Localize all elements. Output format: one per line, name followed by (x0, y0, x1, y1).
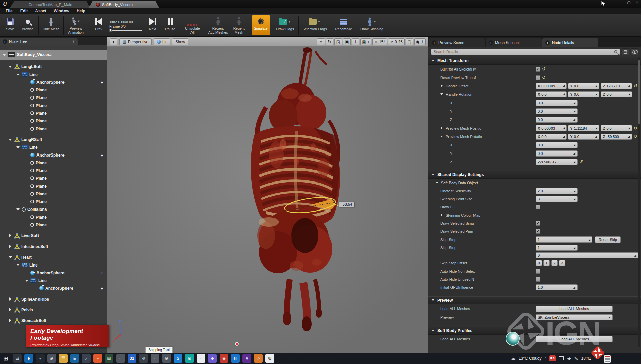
tree-item[interactable]: Line + (0, 71, 107, 78)
app-icon-7[interactable]: ○ (151, 354, 159, 363)
draw-skinning-button[interactable]: ▼ Draw Skinning (358, 15, 386, 35)
close-button[interactable]: ✕ (634, 1, 640, 4)
search-input[interactable]: Search Details (431, 49, 620, 55)
section-mesh-transform[interactable]: Mesh Transform (428, 57, 641, 65)
section-soft-body-profiles[interactable]: Soft Body Profiles (428, 327, 641, 335)
x-field[interactable]: X0.0◢ (536, 91, 567, 97)
tree-item[interactable]: Plane + (0, 102, 107, 109)
recompile-button[interactable]: Recompile (333, 15, 354, 35)
weather-label[interactable]: 13°C Cloudy (519, 356, 542, 361)
reset-icon[interactable]: ↺ (542, 66, 547, 72)
tree-item[interactable]: LiverSoft + (0, 232, 107, 240)
checkbox[interactable] (536, 221, 540, 226)
app-icon-6[interactable]: ▭ (116, 354, 125, 363)
app-icon-1[interactable]: ▤ (13, 354, 22, 363)
offset-2-button[interactable]: 2 (551, 260, 558, 266)
prev-frame-button[interactable]: Prev (90, 15, 107, 35)
tree-item[interactable]: Line + (0, 261, 107, 269)
app-icon-10[interactable]: ○ (197, 354, 205, 363)
media-icon[interactable]: ♪ (82, 354, 91, 363)
offset-0-button[interactable]: 0 (536, 260, 542, 266)
tree-item[interactable]: IntestinesSoft + (0, 243, 107, 250)
file-explorer-icon[interactable]: ▀ (59, 354, 68, 363)
tree-item[interactable]: Plane + (0, 190, 107, 198)
menu-item[interactable]: File (2, 9, 17, 13)
timeline-slider[interactable] (109, 30, 142, 31)
pause-button[interactable]: Pause (161, 15, 179, 35)
draw-flags-button[interactable]: ✓▼ Draw Flags (274, 15, 297, 35)
tree-item[interactable]: Plane + (0, 109, 107, 117)
checkbox[interactable] (536, 277, 540, 282)
camera-icon[interactable]: ◉ (162, 354, 171, 363)
tree-item[interactable]: Plane + (0, 125, 107, 133)
viewport-canvas[interactable]: -56.54 Z x (107, 47, 428, 353)
add-icon[interactable]: + (101, 152, 103, 158)
tab-mesh-subsections[interactable]: iMesh Subsect (486, 38, 542, 47)
reset-icon[interactable]: ↺ (634, 83, 638, 88)
viewport[interactable]: ▼ Perspective Lit Show ＋ ↻ ◳ ▣ ⊥ ▦1 △15°… (107, 37, 428, 353)
lit-button[interactable]: Lit (154, 38, 170, 45)
add-icon[interactable]: + (101, 286, 103, 291)
grid-snap-button[interactable]: ▦1 (360, 38, 371, 45)
reset-icon[interactable]: ↺ (634, 134, 638, 139)
value-field[interactable]: 1◢ (536, 236, 592, 243)
z-field[interactable]: Z-59.500◢ (601, 134, 632, 140)
reset-icon[interactable]: ↺ (542, 75, 547, 80)
reset-icon[interactable]: ↺ (579, 159, 584, 164)
value-field[interactable]: 2.0◢ (536, 188, 578, 194)
maximize-viewport-button[interactable]: ▢ (406, 38, 413, 45)
tree-item[interactable]: Plane + (0, 159, 107, 167)
tree-item[interactable]: Plane + (0, 213, 107, 221)
value-field[interactable]: 1◢ (536, 245, 578, 251)
tree-item[interactable]: Heart + (0, 253, 107, 261)
checkbox[interactable] (536, 205, 540, 209)
expander-icon[interactable] (8, 297, 12, 301)
tree-item[interactable]: Pelvis + (0, 306, 107, 314)
tree-item[interactable]: Plane + (0, 167, 107, 174)
camera-speed-button[interactable]: ◉1 (414, 38, 426, 45)
app-icon-8[interactable]: S (174, 354, 182, 363)
value-field[interactable]: -59.500317◢ (536, 159, 578, 165)
tree-item[interactable]: Plane + (0, 221, 107, 229)
tree-item[interactable]: AnchorSphere + (0, 78, 107, 86)
expander-icon[interactable] (8, 308, 12, 312)
viewport-options-button[interactable]: ▼ (110, 38, 117, 45)
flame-icon[interactable]: ● (93, 354, 102, 363)
app-icon-9[interactable]: ◉ (185, 354, 194, 363)
value-field[interactable]: 0.0◢ (536, 150, 578, 157)
tree-item[interactable]: Line + (0, 277, 107, 284)
expander-icon[interactable] (16, 207, 20, 212)
checkbox[interactable] (536, 229, 540, 234)
menu-item[interactable]: Edit (17, 9, 32, 13)
display-icon[interactable] (559, 356, 564, 360)
y-field[interactable]: Y0.0◢ (568, 91, 599, 97)
add-icon[interactable]: + (101, 80, 103, 85)
expander-icon[interactable] (440, 93, 444, 96)
rotation-snap-button[interactable]: △15° (372, 38, 387, 45)
clock[interactable]: 18:41 (581, 356, 591, 361)
tree-item[interactable]: Collisions + (0, 205, 107, 213)
menu-item[interactable]: Asset (31, 9, 50, 13)
next-frame-button[interactable]: Next (144, 15, 161, 35)
simulate-button[interactable]: ⚙ Simulate (252, 15, 270, 35)
section-shared-display-settings[interactable]: Shared Display Settings (428, 171, 641, 179)
tree-item[interactable]: AnchorSphere + (0, 151, 107, 159)
visual-studio-icon[interactable]: V (242, 354, 251, 363)
app-icon-3[interactable]: ◉ (47, 354, 56, 363)
list-view-button[interactable]: ▤ (622, 48, 629, 55)
browse-button[interactable]: Browse (19, 15, 36, 35)
regen-all-meshes-button[interactable]: Regen. ALL Meshes (206, 15, 230, 35)
reset-skip-button[interactable]: Reset-Skip (595, 236, 621, 243)
taskbar-corner-icon[interactable] (604, 355, 611, 363)
offset-1-button[interactable]: 1 (543, 260, 550, 266)
y-field[interactable]: Y1.11184◢ (568, 125, 599, 131)
tree-item[interactable]: SpineAndRibs + (0, 295, 107, 303)
maximize-button[interactable]: ▢ (626, 1, 632, 4)
minimize-button[interactable]: ― (618, 1, 623, 4)
expander-icon[interactable] (24, 278, 29, 283)
x-field[interactable]: X0.00003◢ (536, 125, 567, 131)
scale-tool-button[interactable]: ◳ (334, 38, 342, 45)
menu-item[interactable]: Help (73, 9, 89, 13)
expander-icon[interactable] (8, 318, 12, 323)
checkbox[interactable] (536, 75, 540, 80)
